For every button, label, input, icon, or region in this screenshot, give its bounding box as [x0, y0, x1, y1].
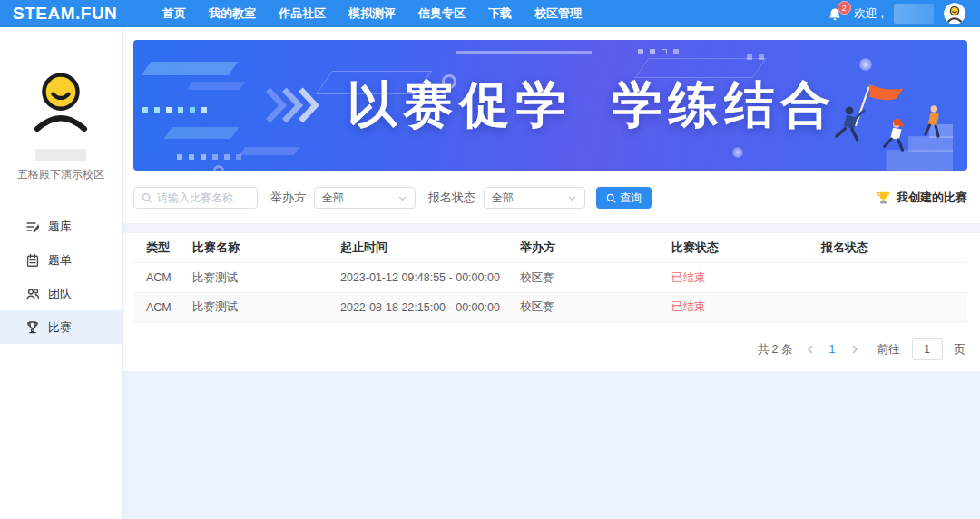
- signup-selected-value: 全部: [492, 191, 514, 206]
- col-header-type: 类型: [133, 240, 192, 256]
- cell-name: 比赛测试: [192, 270, 340, 286]
- col-header-time: 起止时间: [340, 240, 520, 256]
- nav-item-olympiad-zone[interactable]: 信奥专区: [418, 5, 466, 22]
- banner-people-illustration: [808, 76, 953, 171]
- chevron-down-icon: [567, 193, 577, 203]
- user-avatar[interactable]: [944, 3, 965, 24]
- trophy-icon: [876, 191, 891, 206]
- campus-avatar-icon: [24, 67, 97, 143]
- sidebar-item-contest[interactable]: 比赛: [0, 310, 122, 344]
- next-page-icon[interactable]: [849, 344, 860, 355]
- goto-page-label: 前往: [877, 342, 900, 357]
- promo-banner: 以赛促学 学练结合: [133, 40, 967, 171]
- nav-item-mock-eval[interactable]: 模拟测评: [348, 5, 396, 22]
- sidebar-item-label: 比赛: [48, 319, 72, 336]
- signup-status-label: 报名状态: [428, 190, 475, 206]
- nav-item-campus-admin[interactable]: 校区管理: [534, 5, 582, 22]
- organizer-selected-value: 全部: [322, 191, 344, 206]
- cell-time: 2023-01-12 09:48:55 - 00:00:00: [340, 271, 520, 284]
- problem-bank-icon: [25, 220, 40, 234]
- pagination-total: 共 2 条: [758, 342, 793, 357]
- cell-type: ACM: [133, 301, 192, 314]
- prev-page-icon[interactable]: [805, 344, 816, 355]
- contest-panel: 以赛促学 学练结合: [122, 27, 980, 371]
- goto-page-input[interactable]: [912, 338, 943, 360]
- nav-item-my-classroom[interactable]: 我的教室: [209, 5, 256, 22]
- section-divider: [122, 223, 980, 233]
- notification-bell-icon[interactable]: 2: [828, 5, 844, 22]
- contest-trophy-icon: [25, 320, 40, 335]
- nav-right-group: 2 欢迎 ,: [828, 3, 980, 24]
- sidebar-item-label: 团队: [48, 286, 72, 302]
- nav-item-download[interactable]: 下载: [488, 5, 512, 22]
- sidebar-item-label: 题库: [48, 219, 72, 235]
- team-icon: [25, 287, 40, 301]
- filter-bar: 举办方 全部 报名状态 全部 查询 我创建的比赛: [133, 187, 967, 209]
- sidebar-item-problem-list[interactable]: 题单: [0, 243, 122, 277]
- table-header-row: 类型 比赛名称 起止时间 举办方 比赛状态 报名状态: [133, 233, 967, 262]
- organizer-label: 举办方: [270, 190, 306, 206]
- page-number-current[interactable]: 1: [828, 343, 838, 356]
- cell-time: 2022-08-18 22:15:00 - 00:00:00: [340, 301, 520, 314]
- search-input[interactable]: [157, 191, 250, 204]
- query-button[interactable]: 查询: [596, 187, 652, 209]
- col-header-name: 比赛名称: [192, 240, 340, 256]
- sidebar: 五格殿下演示校区 题库 题单 团队 比赛: [0, 27, 122, 519]
- table-row[interactable]: ACM 比赛测试 2022-08-18 22:15:00 - 00:00:00 …: [133, 292, 967, 322]
- contest-name-search[interactable]: [133, 187, 258, 209]
- nav-item-works-community[interactable]: 作品社区: [279, 5, 326, 22]
- notification-count-badge: 2: [838, 1, 851, 15]
- cell-contest-status: 已结束: [671, 299, 821, 315]
- sidebar-item-problem-bank[interactable]: 题库: [0, 210, 122, 243]
- cell-organizer: 校区赛: [520, 270, 671, 286]
- nav-item-home[interactable]: 首页: [162, 5, 186, 22]
- my-created-contests-link[interactable]: 我创建的比赛: [876, 190, 967, 206]
- cell-type: ACM: [133, 271, 192, 284]
- my-created-contests-label: 我创建的比赛: [897, 190, 967, 206]
- cell-name: 比赛测试: [192, 299, 340, 315]
- cell-contest-status: 已结束: [671, 270, 821, 286]
- search-icon: [606, 193, 616, 203]
- contest-table: 类型 比赛名称 起止时间 举办方 比赛状态 报名状态 ACM 比赛测试 2023…: [133, 233, 967, 322]
- signup-status-select[interactable]: 全部: [484, 187, 585, 209]
- campus-name: 五格殿下演示校区: [0, 167, 122, 182]
- banner-chevron-icon: [264, 85, 320, 125]
- table-row[interactable]: ACM 比赛测试 2023-01-12 09:48:55 - 00:00:00 …: [133, 262, 967, 292]
- pagination: 共 2 条 1 前往 页: [133, 338, 967, 360]
- campus-owner-redacted: [35, 149, 86, 161]
- nav-menu: 首页 我的教室 作品社区 模拟测评 信奥专区 下载 校区管理: [162, 5, 582, 22]
- search-icon: [142, 192, 152, 203]
- cell-organizer: 校区赛: [520, 299, 671, 315]
- banner-title-left: 以赛促学: [348, 72, 573, 139]
- sidebar-item-team[interactable]: 团队: [0, 277, 122, 310]
- page-unit-label: 页: [955, 342, 966, 357]
- col-header-contest-status: 比赛状态: [671, 240, 821, 256]
- sidebar-item-label: 题单: [48, 252, 72, 269]
- username-redacted: [894, 4, 934, 24]
- col-header-organizer: 举办方: [520, 240, 671, 256]
- top-navbar: STEAM.FUN 首页 我的教室 作品社区 模拟测评 信奥专区 下载 校区管理…: [0, 0, 980, 27]
- query-button-label: 查询: [620, 191, 642, 206]
- chevron-down-icon: [397, 193, 407, 203]
- app-logo[interactable]: STEAM.FUN: [13, 4, 162, 24]
- banner-title-right: 学练结合: [612, 72, 838, 139]
- organizer-select[interactable]: 全部: [314, 187, 416, 209]
- problem-list-icon: [25, 253, 40, 268]
- col-header-signup-status: 报名状态: [821, 240, 967, 256]
- welcome-text: 欢迎 ,: [854, 5, 884, 22]
- main-content: 以赛促学 学练结合: [122, 27, 980, 519]
- sidebar-menu: 题库 题单 团队 比赛: [0, 210, 122, 344]
